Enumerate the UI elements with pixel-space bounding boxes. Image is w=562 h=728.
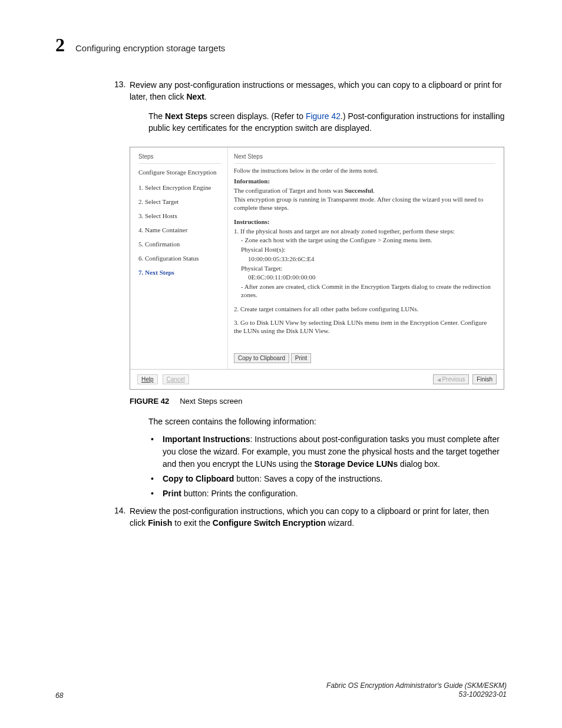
- next-label: Next: [187, 92, 204, 101]
- figure-label: FIGURE 42: [130, 397, 169, 406]
- wizard-step-2: 2. Select Target: [138, 198, 222, 205]
- wizard-step-6: 6. Configuration Status: [138, 255, 222, 262]
- instr-1d: Physical Target:: [241, 265, 495, 273]
- print-button[interactable]: Print: [291, 353, 312, 363]
- next-steps-dialog: Steps Configure Storage Encryption 1. Se…: [130, 147, 504, 390]
- doc-title: Fabric OS Encryption Administrator's Gui…: [326, 681, 507, 691]
- wizard-steps-panel: Steps Configure Storage Encryption 1. Se…: [130, 147, 228, 369]
- section-title: Configuring encryption storage targets: [75, 43, 225, 53]
- copy-to-clipboard-button[interactable]: Copy to Clipboard: [234, 353, 289, 363]
- help-button[interactable]: Help: [137, 374, 158, 384]
- instr-1: 1. If the physical hosts and target are …: [234, 228, 495, 236]
- page-number: 68: [55, 691, 63, 700]
- info-line-2: This encryption group is running in Tran…: [234, 196, 495, 212]
- instr-1c: 10:00:00:05:33:26:6C:E4: [248, 255, 495, 263]
- post-figure-intro: The screen contains the following inform…: [148, 416, 507, 428]
- bullet-2: Copy to Clipboard button: Saves a copy o…: [163, 473, 507, 485]
- wizard-step-7-active: 7. Next Steps: [138, 269, 222, 276]
- step-13-text: Review any post-configuration instructio…: [130, 80, 507, 103]
- figure-caption-text: Next Steps screen: [180, 397, 242, 406]
- bullet-1: Important Instructions: Instructions abo…: [163, 433, 507, 470]
- info-line-1: The configuration of Target and hosts wa…: [234, 187, 495, 195]
- wizard-step-3: 3. Select Hosts: [138, 212, 222, 219]
- wizard-content-panel: Next Steps Follow the instructions below…: [228, 147, 504, 369]
- chapter-number: 2: [55, 34, 65, 56]
- instr-1e: 0E:6C:00:11:0D:00:00:00: [248, 274, 495, 282]
- next-steps-header: Next Steps: [234, 153, 495, 160]
- figure-caption: FIGURE 42Next Steps screen: [130, 397, 507, 406]
- finish-button[interactable]: Finish: [472, 374, 497, 384]
- wizard-title: Configure Storage Encryption: [138, 169, 222, 176]
- step-13-number: 13.: [114, 80, 125, 89]
- follow-instructions-text: Follow the instructions below in the ord…: [234, 167, 495, 175]
- bullet-3: Print button: Prints the configuration.: [163, 487, 507, 500]
- information-header: Information:: [234, 177, 495, 186]
- step-14-number: 14.: [114, 506, 125, 515]
- wizard-step-5: 5. Confirmation: [138, 241, 222, 248]
- doc-number: 53-1002923-01: [326, 690, 507, 700]
- figure-42-link[interactable]: Figure 42: [306, 111, 340, 121]
- instr-1a: - Zone each host with the target using t…: [241, 236, 495, 245]
- wizard-step-4: 4. Name Container: [138, 226, 222, 233]
- wizard-step-1: 1. Select Encryption Engine: [138, 184, 222, 191]
- instr-1b: Physical Host(s):: [241, 246, 495, 254]
- instr-1f: - After zones are created, click Commit …: [241, 283, 495, 299]
- instr-2: 2. Create target containers for all othe…: [234, 305, 495, 314]
- cancel-button[interactable]: Cancel: [163, 374, 189, 384]
- step-14-text: Review the post-configuration instructio…: [130, 506, 507, 529]
- steps-header: Steps: [138, 153, 222, 160]
- instructions-header: Instructions:: [234, 218, 495, 226]
- step-13-para2: The Next Steps screen displays. (Refer t…: [148, 111, 507, 134]
- previous-button: Previous: [433, 374, 469, 384]
- instr-3: 3. Go to Disk LUN View by selecting Disk…: [234, 319, 495, 335]
